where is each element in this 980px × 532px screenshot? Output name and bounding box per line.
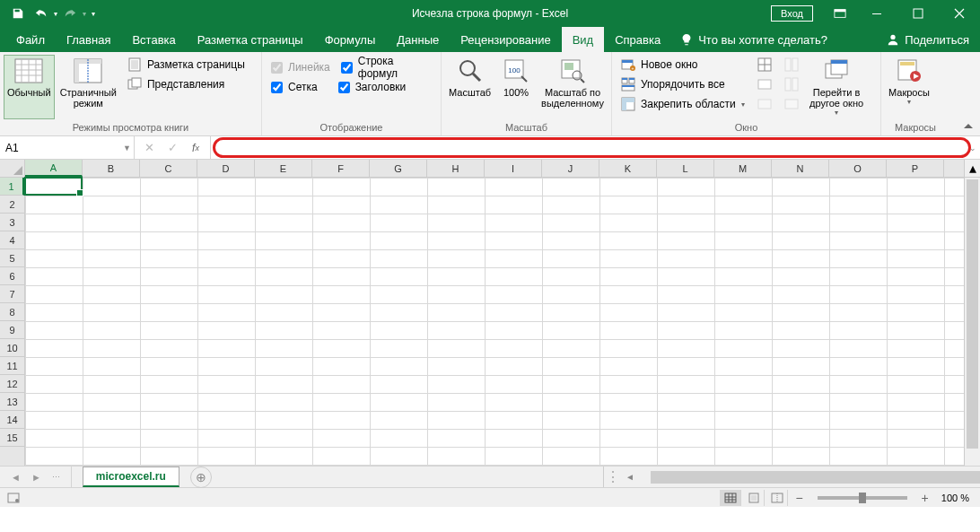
zoom-out-button[interactable]: −	[790, 491, 808, 505]
sheet-nav-next[interactable]: ►	[28, 472, 45, 483]
row-header-1[interactable]: 1	[0, 178, 24, 196]
pagebreak-status-button[interactable]	[766, 490, 788, 506]
name-box[interactable]: ▼	[0, 136, 135, 159]
macros-button[interactable]: Макросы ▾	[885, 55, 933, 119]
name-box-input[interactable]	[5, 142, 128, 154]
zoom-in-button[interactable]: +	[916, 491, 934, 505]
row-header-13[interactable]: 13	[0, 393, 24, 411]
hscroll-thumb[interactable]	[651, 471, 980, 484]
undo-button[interactable]	[31, 3, 52, 24]
redo-button[interactable]	[59, 3, 81, 24]
formula-input[interactable]	[214, 142, 976, 154]
column-header-D[interactable]: D	[197, 160, 255, 177]
column-header-F[interactable]: F	[312, 160, 370, 177]
tab-data[interactable]: Данные	[386, 27, 450, 52]
maximize-button[interactable]	[897, 0, 939, 27]
insert-function-button[interactable]: fx	[185, 139, 206, 157]
unhide-button[interactable]	[752, 94, 777, 114]
scroll-up-button[interactable]: ▴	[964, 160, 980, 177]
hide-button[interactable]	[752, 74, 777, 94]
custom-views-button[interactable]: Представления	[122, 74, 250, 94]
column-header-M[interactable]: M	[714, 160, 772, 177]
reset-window-button[interactable]	[779, 94, 804, 114]
tab-home[interactable]: Главная	[56, 27, 121, 52]
hscroll-resize[interactable]: ⋮	[604, 468, 622, 485]
login-button[interactable]: Вход	[771, 5, 813, 22]
row-header-8[interactable]: 8	[0, 303, 24, 321]
row-header-7[interactable]: 7	[0, 285, 24, 303]
expand-formula-bar[interactable]: ⌄	[969, 144, 976, 153]
row-header-3[interactable]: 3	[0, 214, 24, 231]
gridlines-checkbox[interactable]: Сетка	[266, 77, 323, 97]
select-all-corner[interactable]	[0, 160, 25, 177]
save-button[interactable]	[7, 3, 29, 24]
column-header-P[interactable]: P	[887, 160, 944, 177]
zoom-button[interactable]: Масштаб	[445, 55, 494, 119]
row-header-10[interactable]: 10	[0, 339, 24, 357]
sheet-nav-more[interactable]: ⋯	[48, 473, 64, 482]
column-header-N[interactable]: N	[772, 160, 829, 177]
tab-page-layout[interactable]: Разметка страницы	[187, 27, 314, 52]
row-header-9[interactable]: 9	[0, 321, 24, 339]
column-header-O[interactable]: O	[829, 160, 887, 177]
row-header-2[interactable]: 2	[0, 196, 24, 214]
active-cell[interactable]	[24, 177, 83, 196]
sync-scroll-button[interactable]	[779, 74, 804, 94]
pagebreak-view-button[interactable]: Страничный режим	[57, 55, 120, 119]
split-button[interactable]	[752, 55, 777, 74]
row-header-15[interactable]: 15	[0, 429, 24, 447]
pagelayout-status-button[interactable]	[743, 490, 765, 506]
vertical-scrollbar[interactable]	[964, 178, 980, 466]
tab-insert[interactable]: Вставка	[121, 27, 186, 52]
record-macro-icon[interactable]	[5, 491, 22, 505]
column-header-L[interactable]: L	[657, 160, 714, 177]
scroll-left-button[interactable]: ◄	[622, 472, 638, 482]
redo-dropdown[interactable]: ▾	[83, 10, 86, 18]
tab-formulas[interactable]: Формулы	[314, 27, 387, 52]
column-header-E[interactable]: E	[255, 160, 312, 177]
tell-me-search[interactable]: Что вы хотите сделать?	[671, 27, 836, 52]
column-header-J[interactable]: J	[542, 160, 599, 177]
column-header-G[interactable]: G	[370, 160, 427, 177]
headings-checkbox[interactable]: Заголовки	[333, 77, 412, 97]
name-box-dropdown[interactable]: ▼	[123, 144, 131, 153]
horizontal-scrollbar[interactable]	[651, 470, 951, 484]
normal-view-status-button[interactable]	[720, 490, 741, 506]
qat-customize[interactable]: ▾	[88, 10, 99, 18]
tab-help[interactable]: Справка	[604, 27, 671, 52]
switch-windows-button[interactable]: Перейти в другое окно ▾	[806, 55, 867, 119]
cells-grid[interactable]	[25, 178, 964, 466]
arrange-all-button[interactable]: Упорядочить все	[616, 74, 750, 94]
share-button[interactable]: Поделиться	[876, 27, 980, 52]
column-header-I[interactable]: I	[485, 160, 542, 177]
column-header-B[interactable]: B	[83, 160, 140, 177]
ribbon-display-options[interactable]	[824, 0, 856, 27]
row-header-4[interactable]: 4	[0, 231, 24, 249]
column-header-A[interactable]: A	[25, 160, 83, 177]
row-header-12[interactable]: 12	[0, 375, 24, 393]
row-header-14[interactable]: 14	[0, 411, 24, 429]
undo-dropdown[interactable]: ▾	[54, 10, 57, 18]
sheet-tab-active[interactable]: microexcel.ru	[83, 467, 179, 487]
row-header-11[interactable]: 11	[0, 357, 24, 375]
formulabar-checkbox[interactable]: Строка формул	[336, 57, 437, 77]
add-sheet-button[interactable]: ⊕	[190, 467, 212, 488]
page-layout-button[interactable]: Разметка страницы	[122, 55, 250, 74]
new-window-button[interactable]: + Новое окно	[616, 55, 750, 74]
minimize-button[interactable]	[856, 0, 897, 27]
column-header-K[interactable]: K	[599, 160, 657, 177]
freeze-panes-button[interactable]: Закрепить области ▾	[616, 94, 750, 114]
tab-review[interactable]: Рецензирование	[450, 27, 561, 52]
zoom-slider-handle[interactable]	[859, 493, 866, 503]
view-side-by-side-button[interactable]	[779, 55, 804, 74]
row-header-6[interactable]: 6	[0, 267, 24, 285]
zoom-value[interactable]: 100 %	[936, 493, 975, 503]
column-header-H[interactable]: H	[427, 160, 485, 177]
zoom-100-button[interactable]: 100 100%	[496, 55, 536, 119]
collapse-ribbon-button[interactable]	[960, 119, 976, 134]
normal-view-button[interactable]: Обычный	[4, 55, 55, 119]
cancel-formula-button[interactable]: ✕	[138, 139, 160, 157]
close-button[interactable]	[939, 0, 980, 27]
enter-formula-button[interactable]: ✓	[162, 139, 183, 157]
vscroll-thumb[interactable]	[967, 179, 978, 449]
